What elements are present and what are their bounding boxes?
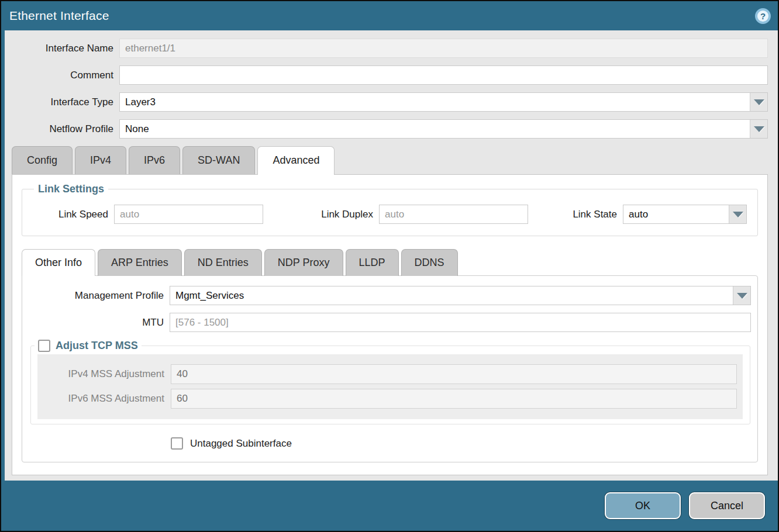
ipv4-mss-label: IPv4 MSS Adjustment — [37, 368, 171, 380]
help-icon[interactable]: ? — [755, 8, 771, 24]
adjust-tcp-mss-fieldset: Adjust TCP MSS IPv4 MSS Adjustment IPv6 … — [30, 340, 750, 424]
tab-ndp-proxy[interactable]: NDP Proxy — [264, 249, 343, 276]
title-bar: Ethernet Interface ? — [1, 1, 778, 30]
mtu-row: MTU — [22, 313, 757, 332]
tab-advanced[interactable]: Advanced — [257, 146, 335, 174]
interface-type-dropdown[interactable]: Layer3 — [119, 92, 768, 112]
mtu-field[interactable] — [170, 313, 751, 332]
link-settings-legend: Link Settings — [34, 183, 108, 195]
tab-config[interactable]: Config — [12, 146, 73, 174]
untagged-subinterface-checkbox[interactable] — [171, 437, 183, 450]
mss-disabled-block: IPv4 MSS Adjustment IPv6 MSS Adjustment — [37, 354, 743, 419]
main-tab-bar: Config IPv4 IPv6 SD-WAN Advanced — [5, 146, 778, 174]
link-speed-field[interactable] — [114, 205, 263, 224]
ethernet-interface-dialog: Ethernet Interface ? Interface Name Comm… — [0, 0, 779, 532]
link-state-dropdown-button[interactable] — [729, 205, 746, 223]
ok-button[interactable]: OK — [605, 492, 681, 519]
ipv4-mss-field — [171, 364, 737, 384]
tab-other-info[interactable]: Other Info — [22, 249, 95, 276]
tab-arp-entries[interactable]: ARP Entries — [98, 249, 182, 276]
link-speed-label: Link Speed — [29, 209, 114, 220]
link-state-dropdown[interactable]: auto — [623, 205, 747, 224]
untagged-subinterface-label: Untagged Subinterface — [190, 438, 292, 450]
comment-row: Comment — [5, 65, 768, 85]
netflow-profile-label: Netflow Profile — [5, 123, 119, 135]
ipv4-mss-row: IPv4 MSS Adjustment — [37, 364, 743, 384]
netflow-profile-dropdown[interactable]: None — [119, 119, 768, 139]
tab-ipv6[interactable]: IPv6 — [129, 146, 180, 174]
chevron-down-icon — [754, 126, 764, 132]
interface-name-label: Interface Name — [5, 43, 119, 54]
adjust-tcp-mss-legend: Adjust TCP MSS — [35, 340, 142, 352]
comment-field[interactable] — [119, 65, 768, 85]
other-info-panel: Management Profile Mgmt_Services MTU — [22, 275, 758, 462]
netflow-profile-value: None — [120, 120, 750, 138]
adjust-tcp-mss-checkbox[interactable] — [38, 340, 50, 352]
tab-nd-entries[interactable]: ND Entries — [184, 249, 262, 276]
management-profile-value: Mgmt_Services — [170, 286, 733, 305]
netflow-profile-row: Netflow Profile None — [5, 119, 768, 139]
dialog-title: Ethernet Interface — [9, 9, 109, 23]
management-profile-dropdown[interactable]: Mgmt_Services — [170, 286, 751, 305]
dialog-footer: OK Cancel — [1, 481, 778, 531]
management-profile-row: Management Profile Mgmt_Services — [22, 286, 757, 305]
ipv6-mss-row: IPv6 MSS Adjustment — [37, 389, 743, 409]
interface-type-dropdown-button[interactable] — [750, 93, 767, 111]
cancel-button[interactable]: Cancel — [689, 492, 765, 519]
comment-label: Comment — [5, 70, 119, 81]
chevron-down-icon — [754, 99, 764, 105]
ipv6-mss-label: IPv6 MSS Adjustment — [37, 393, 171, 405]
untagged-subinterface-row: Untagged Subinterface — [171, 437, 757, 450]
tab-sd-wan[interactable]: SD-WAN — [182, 146, 255, 174]
sub-tab-bar: Other Info ARP Entries ND Entries NDP Pr… — [12, 249, 767, 276]
link-state-value: auto — [623, 205, 729, 223]
tab-ipv4[interactable]: IPv4 — [75, 146, 126, 174]
chevron-down-icon — [733, 212, 743, 217]
link-duplex-label: Link Duplex — [290, 209, 379, 220]
chevron-down-icon — [737, 293, 747, 299]
tab-ddns[interactable]: DDNS — [401, 249, 458, 276]
dialog-body: Interface Name Comment Interface Type La… — [5, 30, 778, 481]
ipv6-mss-field — [171, 389, 737, 409]
top-form: Interface Name Comment Interface Type La… — [5, 30, 778, 139]
link-settings-row: Link Speed Link Duplex Link State auto — [29, 205, 750, 224]
link-duplex-field[interactable] — [379, 205, 528, 224]
netflow-profile-dropdown-button[interactable] — [750, 120, 767, 138]
interface-name-row: Interface Name — [5, 39, 768, 58]
interface-name-field — [119, 39, 768, 58]
advanced-tab-panel: Link Settings Link Speed Link Duplex Lin… — [12, 174, 768, 475]
interface-type-label: Interface Type — [5, 96, 119, 108]
tab-lldp[interactable]: LLDP — [346, 249, 399, 276]
interface-type-value: Layer3 — [120, 93, 750, 111]
mtu-label: MTU — [22, 317, 170, 329]
link-state-label: Link State — [564, 209, 623, 220]
link-settings-fieldset: Link Settings Link Speed Link Duplex Lin… — [22, 183, 758, 236]
interface-type-row: Interface Type Layer3 — [5, 92, 768, 112]
management-profile-label: Management Profile — [22, 290, 170, 302]
management-profile-dropdown-button[interactable] — [733, 286, 750, 305]
adjust-tcp-mss-label: Adjust TCP MSS — [56, 340, 138, 352]
